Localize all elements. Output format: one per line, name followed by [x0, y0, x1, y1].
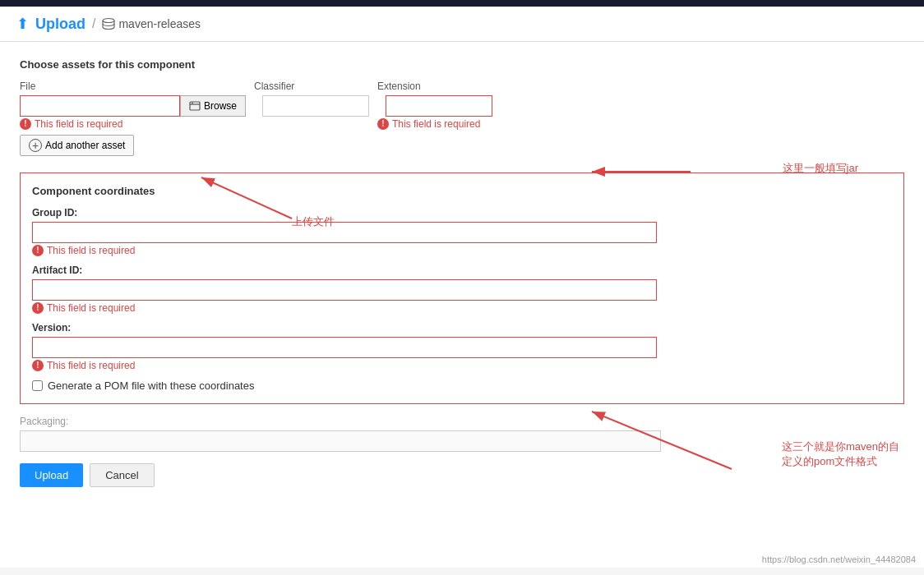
file-input[interactable] — [20, 95, 180, 117]
main-content: Choose assets for this component File Br… — [0, 42, 924, 568]
version-input[interactable] — [32, 337, 657, 358]
classifier-group: Classifier — [254, 80, 369, 117]
classifier-input[interactable] — [262, 95, 369, 117]
artifact-id-field: Artifact ID: ! This field is required — [32, 264, 892, 314]
page-header: ⬆ Upload / maven-releases — [0, 7, 924, 42]
file-group: File Browse ! This field is required — [20, 80, 246, 130]
file-error-icon: ! — [20, 118, 31, 130]
footer-buttons: Upload Cancel — [20, 463, 904, 487]
classifier-label: Classifier — [254, 80, 369, 92]
generate-pom-label: Generate a POM file with these coordinat… — [48, 380, 254, 392]
file-label: File — [20, 80, 246, 92]
artifact-id-error: ! This field is required — [32, 302, 892, 314]
artifact-id-label: Artifact ID: — [32, 264, 892, 276]
cancel-button[interactable]: Cancel — [90, 463, 154, 487]
packaging-label: Packaging: — [20, 416, 904, 427]
component-section-title: Component coordinates — [32, 185, 892, 197]
browse-button[interactable]: Browse — [180, 95, 246, 117]
version-error: ! This field is required — [32, 360, 892, 371]
version-label: Version: — [32, 322, 892, 334]
assets-section-title: Choose assets for this component — [20, 58, 904, 71]
upload-button[interactable]: Upload — [20, 463, 83, 487]
packaging-input[interactable] — [20, 430, 661, 452]
group-id-input[interactable] — [32, 222, 657, 243]
group-id-error: ! This field is required — [32, 245, 892, 256]
watermark: https://blog.csdn.net/weixin_44482084 — [762, 554, 916, 564]
packaging-section: Packaging: — [20, 416, 904, 452]
repo-name: maven-releases — [102, 17, 201, 30]
extension-error-message: ! This field is required — [377, 118, 492, 130]
assets-section: Choose assets for this component File Br… — [20, 58, 904, 156]
svg-rect-1 — [190, 102, 200, 110]
page-title: Upload — [35, 16, 85, 33]
file-error-message: ! This field is required — [20, 118, 246, 130]
breadcrumb-separator: / — [92, 16, 95, 31]
plus-icon: + — [29, 139, 42, 152]
artifact-id-input[interactable] — [32, 279, 657, 301]
extension-group: Extension ! This field is required — [377, 80, 492, 130]
add-another-asset-button[interactable]: + Add another asset — [20, 135, 134, 156]
extension-error-icon: ! — [377, 118, 389, 130]
component-coordinates-section: Component coordinates Group ID: ! This f… — [20, 172, 904, 404]
artifact-id-error-icon: ! — [32, 302, 44, 314]
group-id-error-icon: ! — [32, 245, 44, 256]
database-icon — [102, 17, 115, 30]
group-id-field: Group ID: ! This field is required — [32, 207, 892, 256]
extension-input[interactable] — [386, 95, 492, 117]
file-browse-icon — [189, 100, 201, 112]
svg-point-0 — [103, 19, 114, 23]
generate-pom-row: Generate a POM file with these coordinat… — [32, 380, 892, 392]
file-fields-row: File Browse ! This field is required — [20, 80, 904, 130]
generate-pom-checkbox[interactable] — [32, 380, 43, 391]
extension-label: Extension — [377, 80, 492, 92]
version-field: Version: ! This field is required — [32, 322, 892, 371]
upload-icon: ⬆ — [16, 15, 29, 33]
version-error-icon: ! — [32, 360, 44, 371]
group-id-label: Group ID: — [32, 207, 892, 218]
